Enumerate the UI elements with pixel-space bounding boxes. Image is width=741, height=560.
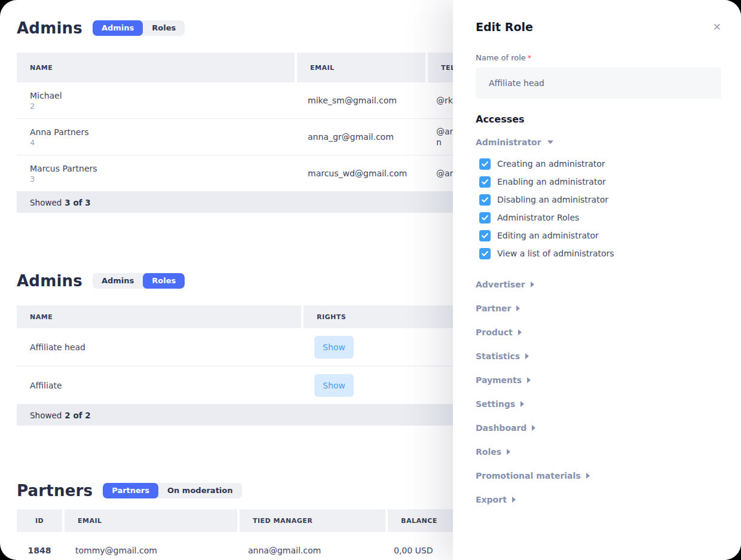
page-title-admins-roles: Admins [17, 272, 82, 290]
permission-row: Enabling an administrator [476, 173, 721, 191]
permission-label: Disabling an administrator [497, 195, 608, 204]
chevron-right-icon [532, 425, 535, 431]
chevron-right-icon [525, 353, 529, 359]
access-group-product[interactable]: Product [476, 328, 522, 337]
column-header-id: ID [17, 509, 62, 532]
checkbox-checked[interactable] [479, 230, 491, 241]
showed-count: 2 of 2 [65, 411, 90, 420]
drawer-title: Edit Role [476, 20, 533, 33]
chevron-right-icon [527, 377, 531, 383]
chevron-right-icon [507, 449, 510, 455]
table-footer: Showed 2 of 2 [17, 405, 471, 426]
access-group-statistics[interactable]: Statistics [476, 351, 529, 361]
admin-name: Anna Partners [30, 127, 295, 137]
close-icon[interactable]: ✕ [713, 20, 721, 32]
access-group-dashboard[interactable]: Dashboard [476, 423, 535, 433]
partner-id: 1848 [17, 546, 62, 555]
show-rights-button[interactable]: Show [314, 336, 354, 359]
column-header-email: EMAIL [297, 53, 425, 82]
permission-label: Creating an administrator [497, 159, 605, 169]
permission-label: Enabling an administrator [497, 177, 606, 186]
admin-name: Marcus Partners [30, 163, 295, 174]
admins-table-header: NAME EMAIL TELE [17, 53, 471, 82]
roles-table: NAME RIGHTS Affiliate head Show Affiliat… [17, 305, 471, 426]
column-header-name: NAME [17, 305, 301, 328]
chevron-right-icon [518, 329, 522, 335]
access-group-settings[interactable]: Settings [476, 399, 524, 409]
checkbox-checked[interactable] [479, 194, 491, 206]
chevron-right-icon [520, 401, 524, 407]
tab-on-moderation[interactable]: On moderation [158, 483, 241, 498]
table-row[interactable]: Anna Partners 4 anna_gr@gmail.com @ar n [17, 119, 471, 155]
roles-table-header: NAME RIGHTS [17, 305, 471, 328]
name-of-role-label: Name of role* [476, 53, 721, 62]
chevron-right-icon [516, 305, 520, 311]
access-group-advertiser[interactable]: Advertiser [476, 280, 534, 289]
table-row[interactable]: Affiliate head Show [17, 328, 471, 366]
table-row[interactable]: 1848 tommy@gmail.com anna@gmail.com 0,00… [17, 532, 471, 560]
partners-table: ID EMAIL TIED MANAGER BALANCE 1848 tommy… [17, 509, 471, 560]
partners-tab-group: Partners On moderation [103, 483, 241, 498]
chevron-right-icon [531, 281, 534, 287]
column-header-tied-manager: TIED MANAGER [240, 509, 385, 532]
tab-roles[interactable]: Roles [143, 273, 185, 289]
roles-tab-group: Admins Roles [93, 273, 185, 289]
access-group-payments[interactable]: Payments [476, 375, 531, 385]
checkbox-checked[interactable] [479, 212, 491, 224]
main-content: Admins Admins Roles NAME EMAIL TELE Mich… [0, 0, 472, 560]
access-group-administrator[interactable]: Administrator [476, 137, 721, 147]
accesses-heading: Accesses [476, 114, 721, 125]
admin-email: anna_gr@gmail.com [295, 132, 423, 142]
column-header-email: EMAIL [65, 509, 237, 532]
tab-partners[interactable]: Partners [103, 483, 158, 498]
partner-manager: anna@gmail.com [235, 546, 381, 555]
app-window: Admins Admins Roles NAME EMAIL TELE Mich… [0, 0, 741, 560]
column-header-name: NAME [17, 53, 295, 82]
permission-label: Administrator Roles [497, 213, 579, 222]
access-group-partner[interactable]: Partner [476, 304, 520, 313]
checkbox-checked[interactable] [479, 158, 491, 170]
collapsed-access-groups: Advertiser Partner Product Statistics Pa… [476, 273, 721, 512]
admins-section-header: Admins Admins Roles [17, 18, 472, 38]
permission-row: View a list of administrators [476, 244, 721, 262]
permission-label: View a list of administrators [497, 249, 614, 258]
permission-row: Editing an administrator [476, 227, 721, 244]
access-group-promotional-materials[interactable]: Promotional materials [476, 471, 590, 481]
permission-row: Creating an administrator [476, 155, 721, 173]
access-group-roles[interactable]: Roles [476, 447, 510, 457]
admin-email: marcus_wd@gmail.com [295, 169, 423, 178]
tab-admins[interactable]: Admins [93, 20, 143, 36]
table-row[interactable]: Michael 2 mike_sm@gmail.com @rk [17, 82, 471, 119]
role-name-input[interactable] [476, 68, 721, 99]
access-group-export[interactable]: Export [476, 495, 516, 504]
checkbox-checked[interactable] [479, 248, 491, 259]
admins-table: NAME EMAIL TELE Michael 2 mike_sm@gmail.… [17, 53, 471, 213]
admin-email: mike_sm@gmail.com [295, 96, 423, 105]
role-name: Affiliate head [17, 342, 301, 352]
chevron-down-icon [547, 140, 553, 144]
permission-row: Disabling an administrator [476, 191, 721, 209]
tab-admins[interactable]: Admins [93, 273, 143, 289]
tab-roles[interactable]: Roles [143, 20, 185, 36]
show-rights-button[interactable]: Show [314, 374, 354, 397]
permission-label: Editing an administrator [497, 231, 599, 240]
checkbox-checked[interactable] [479, 176, 491, 188]
partner-email: tommy@gmail.com [62, 546, 235, 555]
admin-count: 3 [30, 174, 295, 184]
page-title-admins: Admins [17, 19, 82, 37]
role-name: Affiliate [17, 381, 301, 390]
admin-name: Michael [30, 90, 295, 101]
admin-count: 2 [30, 101, 295, 111]
chevron-right-icon [586, 473, 590, 479]
partners-section-header: Partners Partners On moderation [17, 481, 472, 501]
admin-count: 4 [30, 137, 295, 148]
permission-row: Administrator Roles [476, 209, 721, 227]
table-row[interactable]: Marcus Partners 3 marcus_wd@gmail.com @a… [17, 155, 471, 192]
page-title-partners: Partners [17, 482, 93, 500]
table-row[interactable]: Affiliate Show [17, 366, 471, 405]
roles-section-header: Admins Admins Roles [17, 271, 472, 291]
administrator-permissions-list: Creating an administrator Enabling an ad… [476, 155, 721, 262]
showed-label: Showed [30, 411, 62, 420]
showed-label: Showed [30, 198, 62, 207]
chevron-right-icon [512, 497, 516, 503]
